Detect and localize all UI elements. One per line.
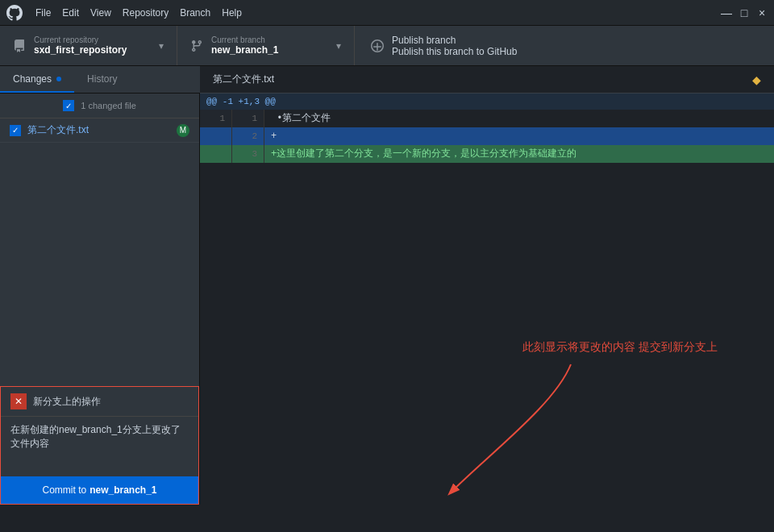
commit-btn-prefix: Commit to: [42, 484, 86, 496]
repo-dropdown-icon[interactable]: ▾: [159, 40, 164, 52]
commit-btn-branch: new_branch_1: [89, 484, 156, 496]
diff-old-num-2: [200, 127, 232, 145]
menu-edit[interactable]: Edit: [62, 7, 79, 19]
toolbar: Current repository sxd_first_repository …: [0, 26, 774, 66]
diff-new-num-2: 2: [232, 127, 264, 145]
hunk-header-text: @@ -1 +1,3 @@: [206, 97, 276, 106]
menu-repository[interactable]: Repository: [123, 7, 169, 19]
commit-message-area[interactable]: 在新创建的new_branch_1分支上更改了文件内容: [1, 417, 198, 476]
repo-info: Current repository sxd_first_repository: [34, 35, 127, 56]
changes-dot: [56, 77, 61, 81]
tab-bar: Changes History: [0, 66, 200, 94]
menu-file[interactable]: File: [35, 7, 51, 19]
diff-container: @@ -1 +1,3 @@ 1 1 •第二个文件 2 + 3 +这里创建了第二个…: [200, 94, 774, 163]
diff-new-num-1: 1: [232, 110, 264, 127]
repo-switcher[interactable]: Current repository sxd_first_repository …: [0, 26, 177, 65]
diff-old-num-1: 1: [200, 110, 232, 127]
branch-icon: [190, 39, 203, 52]
commit-message-input[interactable]: 在新创建的new_branch_1分支上更改了文件内容: [10, 423, 189, 468]
commit-title: 新分支上的操作: [33, 395, 101, 409]
menu-help[interactable]: Help: [222, 7, 242, 19]
commit-header: ✕ 新分支上的操作: [1, 387, 198, 417]
main-layout: Changes History ✓ 1 changed file ✓ 第二个文件…: [0, 66, 774, 505]
commit-panel: ✕ 新分支上的操作 在新创建的new_branch_1分支上更改了文件内容 Co…: [0, 386, 199, 505]
publish-info: Publish branch Publish this branch to Gi…: [392, 35, 517, 57]
publish-label: Publish branch: [392, 35, 517, 46]
current-repo-label: Current repository: [34, 35, 127, 44]
branch-switcher[interactable]: Current branch new_branch_1 ▾: [177, 26, 355, 65]
close-button[interactable]: ×: [756, 7, 768, 19]
arrow-svg: [426, 340, 668, 501]
diff-file-title: 第二个文件.txt: [213, 73, 274, 86]
window-controls[interactable]: — □ ×: [721, 7, 768, 19]
file-status-badge: M: [177, 124, 189, 137]
commit-header-icon: ✕: [10, 393, 27, 409]
titlebar-left: File Edit View Repository Branch Help: [6, 5, 242, 21]
repo-name: sxd_first_repository: [34, 44, 127, 56]
diff-hunk-header: @@ -1 +1,3 @@: [200, 94, 774, 110]
menu-branch[interactable]: Branch: [180, 7, 210, 19]
maximize-button[interactable]: □: [739, 7, 750, 19]
publish-icon: [371, 39, 384, 52]
diff-line-added-2: 3 +这里创建了第二个分支，是一个新的分支，是以主分支作为基础建立的: [200, 145, 774, 163]
branch-name: new_branch_1: [211, 44, 278, 56]
menu-view[interactable]: View: [90, 7, 111, 19]
diff-line-content-2: +: [264, 127, 774, 145]
repo-icon: [13, 39, 26, 52]
file-name: 第二个文件.txt: [27, 123, 170, 137]
diff-line-content-1: •第二个文件: [264, 110, 774, 127]
annotation-text: 此刻显示将更改的内容 提交到新分支上: [522, 340, 718, 355]
diff-line-added-1: 2 +: [200, 127, 774, 145]
tab-changes[interactable]: Changes: [0, 66, 74, 93]
diff-old-num-3: [200, 145, 232, 163]
titlebar: File Edit View Repository Branch Help — …: [0, 0, 774, 26]
current-branch-label: Current branch: [211, 35, 278, 44]
changed-files-header: ✓ 1 changed file: [0, 94, 199, 118]
branch-dropdown-icon[interactable]: ▾: [336, 40, 341, 52]
file-checkbox[interactable]: ✓: [10, 125, 21, 136]
publish-button[interactable]: Publish branch Publish this branch to Gi…: [355, 26, 774, 65]
tab-history[interactable]: History: [74, 66, 130, 93]
diff-new-num-3: 3: [232, 145, 264, 163]
menu-bar[interactable]: File Edit View Repository Branch Help: [35, 7, 242, 19]
diff-line-content-3: +这里创建了第二个分支，是一个新的分支，是以主分支作为基础建立的: [264, 145, 774, 163]
changed-count: 1 changed file: [81, 101, 136, 110]
sidebar: Changes History ✓ 1 changed file ✓ 第二个文件…: [0, 66, 200, 505]
bookmark-icon[interactable]: ◆: [752, 73, 761, 86]
minimize-button[interactable]: —: [721, 7, 732, 19]
branch-info: Current branch new_branch_1: [211, 35, 278, 56]
publish-sub: Publish this branch to GitHub: [392, 46, 517, 57]
content-title-bar: 第二个文件.txt ◆: [200, 66, 774, 94]
file-item[interactable]: ✓ 第二个文件.txt M: [0, 118, 199, 143]
select-all-checkbox[interactable]: ✓: [63, 100, 74, 111]
github-logo-icon: [6, 5, 23, 21]
content-area: 第二个文件.txt ◆ @@ -1 +1,3 @@ 1 1 •第二个文件 2 +: [200, 66, 774, 505]
diff-line-context: 1 1 •第二个文件: [200, 110, 774, 127]
commit-button[interactable]: Commit to new_branch_1: [1, 476, 198, 504]
